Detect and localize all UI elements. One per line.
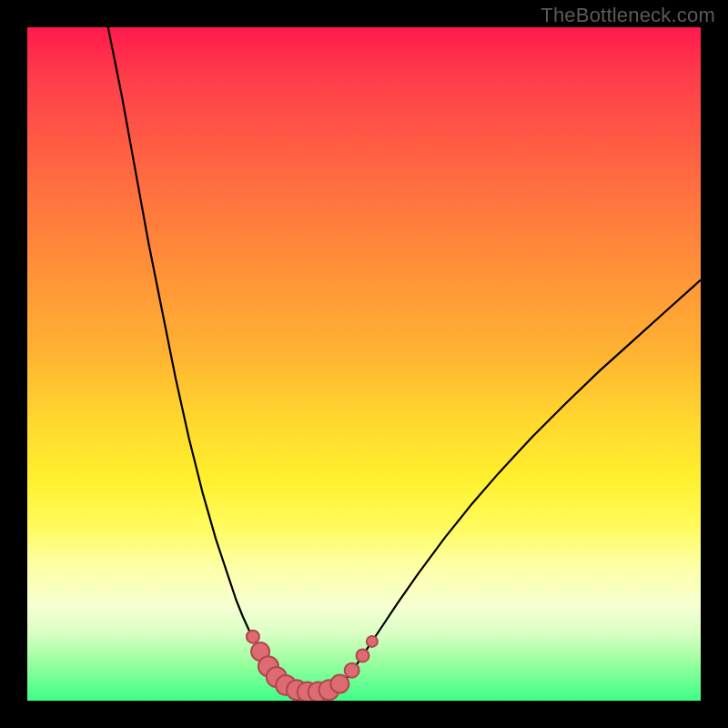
curve-left bbox=[108, 27, 283, 690]
marker-dot bbox=[357, 649, 369, 662]
marker-group bbox=[247, 631, 378, 701]
curve-right bbox=[337, 280, 701, 689]
curve-layer bbox=[27, 27, 701, 701]
chart-container: TheBottleneck.com bbox=[0, 0, 728, 728]
marker-dot bbox=[330, 675, 349, 693]
marker-dot bbox=[345, 663, 359, 678]
marker-dot bbox=[247, 631, 259, 643]
watermark-text: TheBottleneck.com bbox=[541, 4, 715, 27]
plot-area bbox=[27, 27, 701, 701]
marker-dot bbox=[367, 636, 378, 647]
